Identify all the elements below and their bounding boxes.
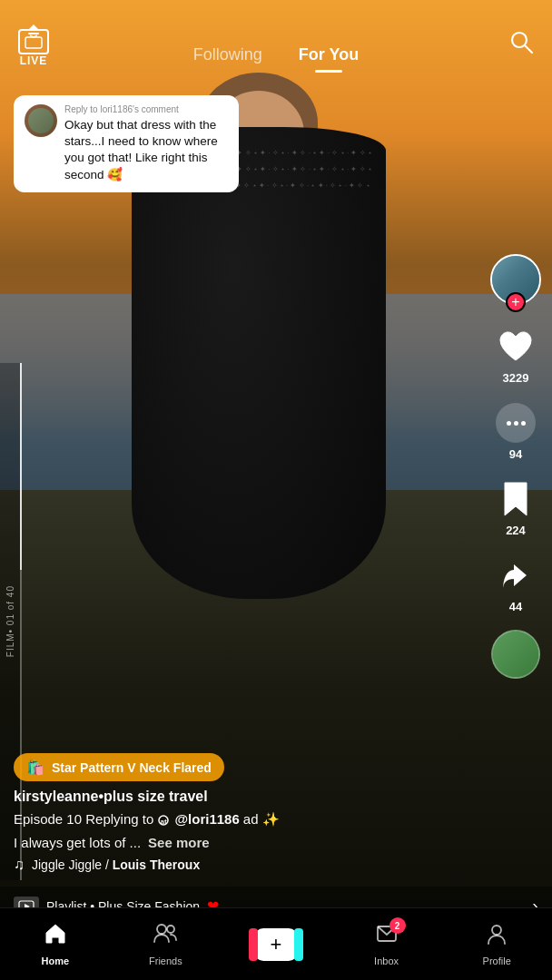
- tab-following[interactable]: Following: [193, 41, 262, 69]
- share-action[interactable]: 44: [494, 554, 537, 613]
- music-info[interactable]: ♫ Jiggle Jiggle / Louis Theroux: [14, 857, 475, 873]
- product-tag[interactable]: 🛍️ Star Pattern V Neck Flared: [14, 753, 224, 781]
- caption-line2: I always get lots of ... See more: [14, 833, 475, 852]
- caption-mention[interactable]: at @lori1186: [157, 809, 240, 828]
- svg-point-10: [492, 926, 501, 935]
- add-icon: +: [271, 933, 282, 956]
- music-note-icon: ♫: [14, 857, 25, 873]
- bookmark-action[interactable]: 224: [494, 477, 537, 537]
- mention-text: @lori1186: [174, 811, 239, 827]
- live-button[interactable]: LIVE: [18, 29, 49, 67]
- inbox-badge: 2: [389, 917, 406, 934]
- filmstrip-text: FILM• 01 of 40: [5, 585, 15, 657]
- caption-text-1: Episode 10 Replying to: [14, 809, 153, 828]
- comments-count: 94: [509, 447, 522, 461]
- top-navigation: LIVE Following For You: [0, 0, 552, 91]
- comment-action[interactable]: 94: [494, 401, 537, 461]
- svg-point-8: [167, 926, 174, 933]
- audio-sticker[interactable]: [491, 630, 540, 679]
- profile-label: Profile: [483, 956, 511, 966]
- live-tv-icon: [18, 29, 49, 54]
- creator-avatar-container[interactable]: +: [490, 254, 541, 305]
- follow-plus-button[interactable]: +: [506, 292, 526, 312]
- friends-icon: [153, 922, 178, 952]
- inbox-label: Inbox: [374, 956, 399, 966]
- nav-home[interactable]: Home: [0, 922, 111, 966]
- comment-bubble: Reply to lori1186's comment Okay but tha…: [14, 95, 239, 192]
- nav-friends[interactable]: Friends: [111, 922, 222, 966]
- comment-bubble-icon: [494, 401, 537, 445]
- see-more-button[interactable]: See more: [148, 833, 210, 852]
- svg-line-2: [525, 45, 532, 53]
- caption-ad: ad ✨: [243, 809, 280, 828]
- profile-icon: [485, 922, 508, 952]
- share-icon: [494, 554, 537, 597]
- right-sidebar: + 3229 94 224: [490, 254, 541, 679]
- caption-text-2: I always get lots of ...: [14, 833, 141, 852]
- bookmarks-count: 224: [506, 524, 526, 537]
- inbox-icon: 2: [375, 922, 399, 952]
- add-button[interactable]: +: [254, 928, 298, 961]
- like-action[interactable]: 3229: [494, 325, 537, 385]
- svg-text:at: at: [161, 818, 167, 826]
- video-info: 🛍️ Star Pattern V Neck Flared kirstylean…: [0, 753, 488, 880]
- creator-username[interactable]: kirstyleanne•plus size travel: [14, 789, 475, 805]
- nav-tabs: Following For You: [193, 41, 359, 69]
- music-title: Jiggle Jiggle / Louis Theroux: [32, 858, 200, 872]
- svg-rect-0: [25, 37, 42, 48]
- bottom-navigation: Home Friends + 2 Inbox: [0, 907, 552, 980]
- commenter-avatar: [25, 104, 57, 137]
- video-caption: Episode 10 Replying to at @lori1186 ad ✨: [14, 809, 475, 828]
- comment-reply-label: Reply to lori1186's comment: [64, 104, 228, 114]
- live-label: LIVE: [20, 54, 48, 67]
- nav-profile[interactable]: Profile: [441, 922, 552, 966]
- shopping-bag-icon: 🛍️: [26, 759, 44, 776]
- comment-text: Okay but that dress with the stars...I n…: [64, 117, 228, 183]
- shares-count: 44: [509, 600, 522, 613]
- heart-icon: [494, 325, 537, 368]
- likes-count: 3229: [503, 371, 529, 385]
- home-label: Home: [42, 956, 70, 966]
- product-tag-text: Star Pattern V Neck Flared: [52, 760, 212, 775]
- progress-fill: [20, 363, 22, 570]
- nav-inbox[interactable]: 2 Inbox: [331, 922, 442, 966]
- friends-label: Friends: [149, 956, 182, 966]
- search-button[interactable]: [508, 29, 534, 61]
- home-icon: [44, 922, 67, 952]
- nav-add[interactable]: +: [221, 928, 331, 961]
- svg-point-7: [157, 925, 166, 934]
- bookmark-icon: [494, 477, 537, 521]
- tab-for-you[interactable]: For You: [299, 41, 359, 69]
- water-area: [0, 294, 552, 490]
